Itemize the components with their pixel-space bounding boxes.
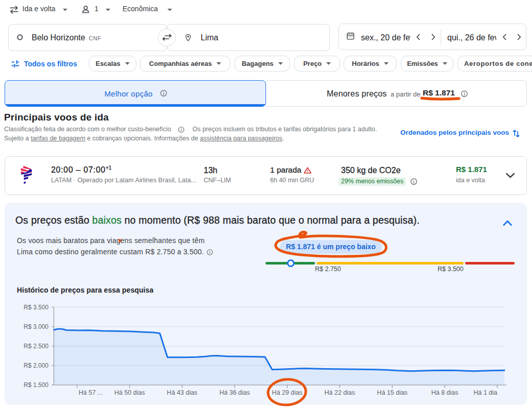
svg-text:Há 36 dias: Há 36 dias <box>220 389 250 396</box>
svg-text:Há 43 dias: Há 43 dias <box>167 389 198 396</box>
svg-text:R$ 3.000: R$ 3.000 <box>23 323 49 330</box>
svg-text:R$ 2.500: R$ 2.500 <box>23 343 49 350</box>
svg-text:Há 22 dias: Há 22 dias <box>324 389 355 396</box>
svg-text:Há 1 dia: Há 1 dia <box>473 389 497 396</box>
svg-text:Há 50 dias: Há 50 dias <box>114 389 145 396</box>
svg-text:R$ 2.000: R$ 2.000 <box>23 362 49 369</box>
svg-text:R$ 1.500: R$ 1.500 <box>23 381 49 389</box>
svg-text:Há 29 dias: Há 29 dias <box>272 389 303 396</box>
svg-text:Há 15 dias: Há 15 dias <box>377 389 407 396</box>
svg-text:R$ 3.500: R$ 3.500 <box>23 304 49 311</box>
svg-text:Há 8 dias: Há 8 dias <box>431 389 458 396</box>
svg-text:Há 57 ...: Há 57 ... <box>79 389 103 396</box>
